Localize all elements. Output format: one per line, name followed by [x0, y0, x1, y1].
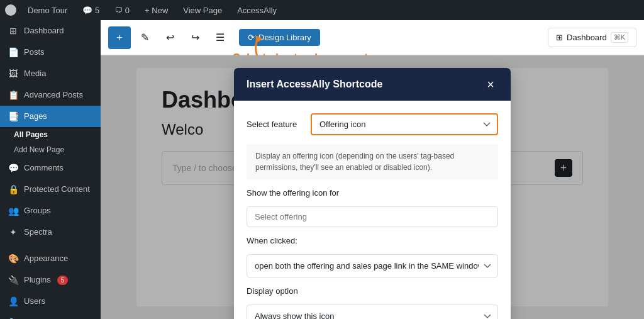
wp-logo: [5, 4, 16, 16]
display-option-label: Display option: [247, 286, 498, 296]
modal-overlay: Insert AccessAlly Shortcode × Select fea…: [101, 55, 644, 319]
sidebar-item-dashboard[interactable]: ⊞ Dashboard: [0, 20, 101, 42]
sidebar-label-comments: Comments: [24, 163, 64, 174]
sidebar-item-protected-content[interactable]: 🔒 Protected Content: [0, 179, 101, 200]
editor-toolbar: + ✎ ↩ ↪ ☰ ⟳ Design Library Select shortc…: [101, 20, 644, 55]
sidebar-label-advanced-posts: Advanced Posts: [24, 90, 83, 101]
redo-button[interactable]: ↪: [184, 26, 206, 49]
dashboard-btn-icon: ⊞: [556, 33, 563, 42]
protected-content-icon: 🔒: [8, 184, 19, 195]
display-option-section: Display option: [247, 286, 498, 296]
sidebar-item-posts[interactable]: 📄 Posts: [0, 42, 101, 63]
sidebar-item-groups[interactable]: 👥 Groups: [0, 200, 101, 221]
main-layout: ⊞ Dashboard 📄 Posts 🖼 Media 📋 Advanced P…: [0, 20, 644, 319]
feature-description: Display an offering icon (depending on t…: [247, 144, 498, 179]
admin-bar: Demo Tour 💬 5 🗨 0 + New View Page Access…: [0, 0, 644, 20]
sidebar-item-media[interactable]: 🖼 Media: [0, 63, 101, 84]
editor-area: + ✎ ↩ ↪ ☰ ⟳ Design Library Select shortc…: [101, 20, 644, 319]
toolbar-right: ⊞ Dashboard ⌘K: [548, 28, 636, 47]
view-page-link[interactable]: View Page: [179, 6, 226, 15]
keyboard-shortcut: ⌘K: [611, 32, 628, 43]
select-feature-dropdown[interactable]: Offering icon Login form Registration fo…: [311, 113, 498, 135]
pages-icon: 📑: [8, 111, 19, 122]
modal-title: Insert AccessAlly Shortcode: [247, 79, 382, 90]
design-library-container: ⟳ Design Library Select shortcode genera…: [239, 29, 320, 46]
show-icon-section: Show the offering icon for: [247, 188, 498, 198]
modal-dialog: Insert AccessAlly Shortcode × Select fea…: [234, 68, 511, 319]
sidebar-item-plugins[interactable]: 🔌 Plugins 5: [0, 269, 101, 291]
accessally-link[interactable]: AccessAlly: [233, 6, 280, 15]
sidebar-item-comments[interactable]: 💬 Comments: [0, 157, 101, 179]
sidebar-label-posts: Posts: [24, 47, 45, 58]
design-library-button[interactable]: ⟳ Design Library: [239, 29, 320, 46]
editor-content: Dashboard Welco Type / to choose a block…: [101, 55, 644, 319]
media-icon: 🖼: [8, 68, 19, 79]
select-feature-label: Select feature: [247, 120, 303, 129]
modal-body: Select feature Offering icon Login form …: [234, 101, 511, 319]
users-icon: 👤: [8, 296, 19, 307]
sidebar-label-groups: Groups: [24, 206, 51, 216]
sidebar-label-pages: Pages: [24, 111, 47, 122]
sidebar-item-spectra[interactable]: ✦ Spectra: [0, 221, 101, 243]
sidebar-label-media: Media: [24, 69, 46, 79]
select-feature-row: Select feature Offering icon Login form …: [247, 113, 498, 135]
sidebar-label-users: Users: [24, 296, 45, 307]
dashboard-btn-label: Dashboard: [567, 33, 607, 42]
design-library-label: Design Library: [258, 33, 311, 42]
show-icon-label: Show the offering icon for: [247, 188, 498, 198]
sidebar-sub-all-pages[interactable]: All Pages: [0, 127, 101, 142]
sidebar-sub-add-page[interactable]: Add New Page: [0, 142, 101, 157]
comment-count[interactable]: 🗨 0: [111, 6, 133, 15]
add-block-toolbar-button[interactable]: +: [108, 26, 131, 49]
sidebar-item-users[interactable]: 👤 Users: [0, 291, 101, 312]
list-view-button[interactable]: ☰: [209, 26, 231, 49]
when-clicked-dropdown[interactable]: open both the offering and sales page li…: [247, 254, 498, 277]
edit-button[interactable]: ✎: [133, 26, 156, 49]
sidebar-label-spectra: Spectra: [24, 227, 52, 238]
when-clicked-label: When clicked:: [247, 236, 498, 245]
dashboard-icon: ⊞: [8, 25, 19, 36]
spectra-icon: ✦: [8, 227, 19, 238]
sidebar: ⊞ Dashboard 📄 Posts 🖼 Media 📋 Advanced P…: [0, 20, 101, 319]
new-button[interactable]: + New: [141, 6, 172, 15]
sidebar-label-dashboard: Dashboard: [24, 26, 64, 36]
undo-button[interactable]: ↩: [158, 26, 181, 49]
comments-icon[interactable]: 💬 5: [79, 6, 103, 15]
comments-nav-icon: 💬: [8, 162, 19, 174]
groups-icon: 👥: [8, 205, 19, 216]
modal-close-button[interactable]: ×: [483, 77, 498, 92]
sidebar-label-appearance: Appearance: [24, 254, 68, 264]
appearance-icon: 🎨: [8, 253, 19, 264]
dashboard-button[interactable]: ⊞ Dashboard ⌘K: [548, 28, 636, 47]
site-name[interactable]: Demo Tour: [24, 6, 71, 15]
sidebar-label-protected-content: Protected Content: [24, 184, 90, 195]
plugins-badge: 5: [57, 276, 69, 285]
when-clicked-section: When clicked:: [247, 236, 498, 245]
sidebar-item-appearance[interactable]: 🎨 Appearance: [0, 248, 101, 269]
sidebar-item-pages[interactable]: 📑 Pages: [0, 106, 101, 127]
design-library-icon: ⟳: [248, 33, 255, 42]
offering-input[interactable]: [247, 206, 498, 227]
sidebar-label-plugins: Plugins: [24, 275, 51, 286]
sidebar-item-tools[interactable]: 🔧 Tools: [0, 312, 101, 319]
modal-header: Insert AccessAlly Shortcode ×: [234, 68, 511, 101]
display-option-dropdown[interactable]: Always show this icon Only show when ena…: [247, 305, 498, 319]
posts-icon: 📄: [8, 47, 19, 58]
plugins-icon: 🔌: [8, 274, 19, 286]
sidebar-item-advanced-posts[interactable]: 📋 Advanced Posts: [0, 84, 101, 106]
advanced-posts-icon: 📋: [8, 89, 19, 101]
